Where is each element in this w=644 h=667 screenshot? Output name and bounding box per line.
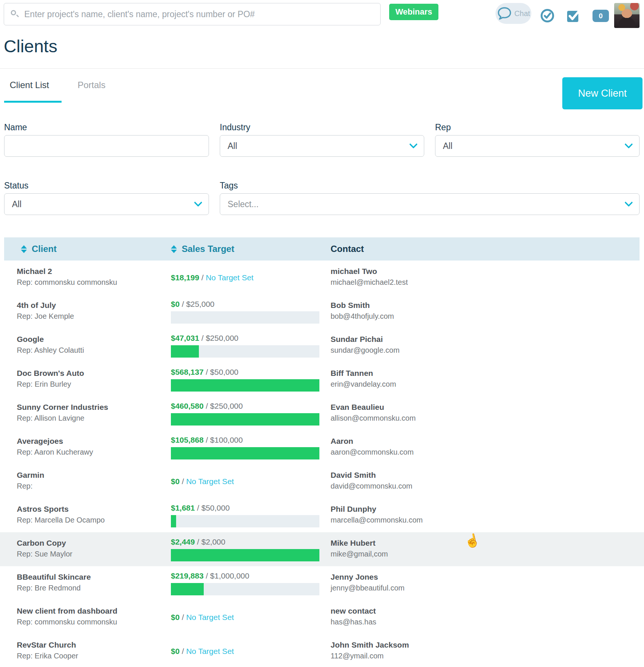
client-rep: Rep: Ashley Colautti	[17, 345, 171, 356]
sales-amount: $568,137	[171, 368, 204, 376]
filter-industry-label: Industry	[220, 122, 250, 133]
client-table-row[interactable]: RevStar Church Rep: Erika Cooper $0 / No…	[0, 634, 644, 667]
client-rep: Rep: Allison Lavigne	[17, 412, 171, 424]
client-cell[interactable]: Google Rep: Ashley Colautti	[4, 328, 171, 362]
tab-client-list[interactable]: Client List	[10, 80, 49, 90]
contact-email: allison@commonsku.com	[331, 412, 644, 424]
contact-cell: Bob Smith bob@4thofjuly.com	[331, 294, 644, 328]
client-rep: Rep: commonsku commonsku	[17, 277, 171, 288]
contact-email: marcella@commonsku.com	[331, 514, 644, 526]
new-client-button[interactable]: New Client	[562, 77, 643, 109]
filter-rep-label: Rep	[435, 122, 451, 133]
webinars-button[interactable]: Webinars	[389, 4, 438, 20]
sales-amount: $0	[171, 300, 179, 308]
client-name[interactable]: BBeautiful Skincare	[17, 572, 171, 582]
client-table-row[interactable]: Astros Sports Rep: Marcella De Ocampo $1…	[0, 498, 644, 532]
tab-portals[interactable]: Portals	[78, 80, 106, 90]
contact-name: Sundar Pichai	[331, 334, 644, 345]
client-table-row[interactable]: New client from dashboard Rep: commonsku…	[0, 600, 644, 634]
client-cell[interactable]: Carbon Copy Rep: Sue Maylor	[4, 532, 171, 566]
client-table-row[interactable]: 4th of July Rep: Joe Kemple $0 / $25,000…	[0, 294, 644, 328]
sort-icon[interactable]	[171, 245, 177, 253]
client-rep: Rep:	[17, 480, 171, 492]
client-table-row[interactable]: Google Rep: Ashley Colautti $47,031 / $2…	[0, 328, 644, 362]
client-name[interactable]: RevStar Church	[17, 640, 171, 650]
column-header-client[interactable]: Client	[21, 244, 171, 254]
filter-industry-select[interactable]: All	[220, 135, 424, 157]
contact-email: bob@4thofjuly.com	[331, 311, 644, 322]
sales-amount: $460,580	[171, 402, 204, 410]
search-input[interactable]	[24, 9, 373, 19]
filter-rep-select[interactable]: All	[435, 135, 640, 157]
client-name[interactable]: Astros Sports	[17, 504, 171, 514]
client-cell[interactable]: Sunny Corner Industries Rep: Allison Lav…	[4, 396, 171, 430]
check-circle-icon[interactable]	[540, 9, 554, 23]
tasks-checkbox-icon[interactable]	[566, 9, 581, 23]
client-name[interactable]: New client from dashboard	[17, 606, 171, 616]
column-header-sales-target[interactable]: Sales Target	[171, 244, 331, 254]
client-cell[interactable]: Astros Sports Rep: Marcella De Ocampo	[4, 498, 171, 532]
sales-target-value: $50,000	[201, 504, 230, 512]
client-cell[interactable]: New client from dashboard Rep: commonsku…	[4, 600, 171, 634]
client-name[interactable]: Michael 2	[17, 266, 171, 277]
client-table-row[interactable]: Doc Brown's Auto Rep: Erin Burley $568,1…	[0, 362, 644, 396]
client-rep: Rep: Aaron Kucherawy	[17, 446, 171, 458]
sales-target-value: No Target Set	[186, 647, 234, 655]
client-table-row[interactable]: Michael 2 Rep: commonsku commonsku $18,1…	[0, 261, 644, 294]
client-name[interactable]: Carbon Copy	[17, 538, 171, 548]
contact-cell: David Smith david@commonsku.com	[331, 464, 644, 498]
sales-amount: $105,868	[171, 436, 204, 444]
client-name[interactable]: 4th of July	[17, 300, 171, 311]
sales-target-value: No Target Set	[206, 273, 253, 282]
client-name[interactable]: Garmin	[17, 470, 171, 480]
sales-amount: $47,031	[171, 334, 199, 342]
chevron-down-icon	[625, 198, 633, 207]
sort-icon[interactable]	[21, 245, 27, 253]
chat-button[interactable]: Chat	[495, 3, 531, 24]
sales-target-cell: $105,868 / $100,000	[171, 430, 331, 464]
sales-progress-bar	[171, 413, 319, 426]
client-rep: Rep: Bre Redmond	[17, 582, 171, 593]
client-cell[interactable]: Garmin Rep:	[4, 464, 171, 498]
filter-status-select[interactable]: All	[4, 193, 209, 215]
client-table-row[interactable]: Carbon Copy Rep: Sue Maylor $2,449 / $2,…	[0, 532, 644, 566]
chat-label: Chat	[514, 9, 530, 18]
client-cell[interactable]: 4th of July Rep: Joe Kemple	[4, 294, 171, 328]
sales-target-value: $25,000	[186, 300, 215, 308]
client-name[interactable]: Sunny Corner Industries	[17, 402, 171, 412]
filter-tags-select[interactable]: Select...	[220, 193, 640, 215]
client-cell[interactable]: Averagejoes Rep: Aaron Kucherawy	[4, 430, 171, 464]
contact-email: sundar@google.com	[331, 345, 644, 356]
sales-amount: $18,199	[171, 273, 199, 282]
global-search[interactable]	[4, 3, 381, 25]
filter-status-value: All	[12, 199, 195, 209]
filter-status-label: Status	[4, 181, 28, 191]
sales-target-cell: $0 / $25,000	[171, 294, 331, 328]
contact-name: michael Two	[331, 266, 644, 277]
client-cell[interactable]: Doc Brown's Auto Rep: Erin Burley	[4, 362, 171, 396]
sales-progress-bar	[171, 311, 319, 324]
user-avatar[interactable]	[614, 3, 640, 28]
notification-badge[interactable]: 0	[593, 10, 609, 22]
client-table-row[interactable]: Averagejoes Rep: Aaron Kucherawy $105,86…	[0, 430, 644, 464]
contact-name: Bob Smith	[331, 300, 644, 311]
client-table-row[interactable]: Garmin Rep: $0 / No Target Set David Smi…	[0, 464, 644, 498]
client-name[interactable]: Doc Brown's Auto	[17, 368, 171, 378]
contact-cell: new contact has@has.has	[331, 600, 644, 634]
client-cell[interactable]: BBeautiful Skincare Rep: Bre Redmond	[4, 566, 171, 600]
sales-progress-bar	[171, 583, 319, 595]
client-name[interactable]: Averagejoes	[17, 436, 171, 446]
filter-name-label: Name	[4, 122, 27, 133]
contact-email: david@commonsku.com	[331, 480, 644, 492]
filter-name-input[interactable]	[12, 141, 201, 151]
client-table-row[interactable]: Sunny Corner Industries Rep: Allison Lav…	[0, 396, 644, 430]
client-cell[interactable]: RevStar Church Rep: Erika Cooper	[4, 634, 171, 667]
client-name[interactable]: Google	[17, 334, 171, 345]
client-table-body: Michael 2 Rep: commonsku commonsku $18,1…	[0, 261, 644, 667]
sales-amount: $0	[171, 613, 179, 621]
sales-target-cell: $0 / No Target Set	[171, 464, 331, 498]
client-table-row[interactable]: BBeautiful Skincare Rep: Bre Redmond $21…	[0, 566, 644, 600]
filter-tags-label: Tags	[220, 181, 238, 191]
client-cell[interactable]: Michael 2 Rep: commonsku commonsku	[4, 261, 171, 294]
contact-name: John Smith Jacksom	[331, 640, 644, 650]
